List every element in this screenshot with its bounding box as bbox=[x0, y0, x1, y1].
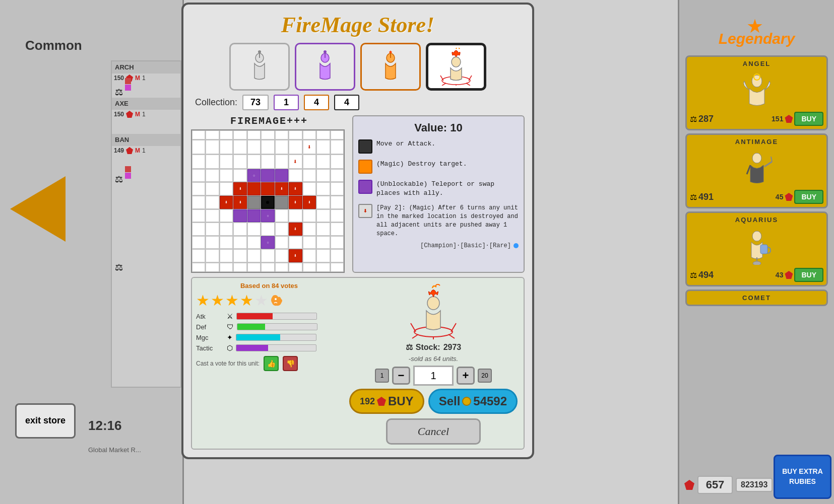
unit-tab-2[interactable] bbox=[295, 43, 355, 91]
angel-price: 287 bbox=[698, 114, 714, 124]
aquarius-ruby-cost: 43 bbox=[776, 271, 784, 279]
sell-label: Sell bbox=[439, 394, 461, 408]
cell-3-6 bbox=[275, 169, 288, 182]
cell-0-1 bbox=[206, 130, 219, 139]
stat-def-fill bbox=[237, 324, 265, 330]
cell-6-1 bbox=[206, 209, 219, 222]
ability-item-3: (Unblockable) Teleport or swap places wi… bbox=[358, 180, 519, 198]
aquarius-buy-button[interactable]: BUY bbox=[794, 268, 823, 282]
cell-10-3 bbox=[233, 263, 246, 272]
sell-large-button[interactable]: Sell 54592 bbox=[428, 389, 518, 414]
svg-line-3 bbox=[764, 162, 772, 167]
cell-1-0 bbox=[192, 140, 205, 154]
nav-arrow-left[interactable] bbox=[10, 176, 66, 242]
cell-4-4 bbox=[247, 182, 261, 195]
cell-10-2 bbox=[220, 263, 233, 272]
abilities-section: Value: 10 Move or Attack. (Magic) Destro… bbox=[352, 115, 525, 273]
angel-figure bbox=[737, 69, 777, 110]
cell-8-10 bbox=[331, 236, 344, 249]
cell-4-6: ⬇ bbox=[275, 182, 288, 195]
cell-6-2 bbox=[220, 209, 233, 222]
unit-grid-title: FIREMAGE+++ bbox=[191, 115, 347, 127]
cell-3-7 bbox=[289, 169, 302, 182]
unit-card-comet: COMET bbox=[685, 290, 828, 306]
cell-8-7 bbox=[289, 236, 302, 249]
atk-sword-icon: ⚔ bbox=[227, 312, 233, 320]
cell-3-9 bbox=[316, 169, 330, 182]
cell-5-0 bbox=[192, 196, 205, 209]
collection-label: Collection: bbox=[195, 97, 237, 108]
aquarius-bottom: ⚖ 494 43 BUY bbox=[690, 268, 823, 282]
ability-icon-strike: ⬇ bbox=[358, 204, 372, 218]
buy-extra-rubies-button[interactable]: BUY EXTRA RUBIES bbox=[774, 455, 831, 499]
map-row-ban: BAN bbox=[112, 134, 180, 146]
cell-10-6 bbox=[275, 263, 288, 272]
cell-7-0 bbox=[192, 223, 205, 236]
cell-7-3 bbox=[233, 223, 246, 236]
vote-thumbsdown-icon[interactable]: 👎 bbox=[283, 356, 298, 371]
cancel-button[interactable]: Cancel bbox=[386, 418, 481, 445]
cell-9-9 bbox=[316, 249, 330, 262]
axe-m: M bbox=[135, 111, 140, 118]
cell-10-1 bbox=[206, 263, 219, 272]
qty-plus-button[interactable]: + bbox=[457, 367, 475, 385]
buy-price-label: 192 bbox=[360, 396, 375, 407]
arch-price: 150 bbox=[114, 75, 124, 82]
svg-line-27 bbox=[451, 323, 456, 332]
vote-section: Cast a vote for this unit: 👍 👎 bbox=[196, 356, 342, 371]
unit-tab-1[interactable] bbox=[229, 43, 290, 91]
quantity-input[interactable] bbox=[413, 366, 454, 386]
common-label: Common bbox=[25, 38, 82, 53]
cell-10-5 bbox=[261, 263, 274, 272]
qty-min-button[interactable]: 1 bbox=[375, 369, 389, 383]
angel-ruby-cost: 151 bbox=[772, 115, 783, 123]
cell-4-9 bbox=[316, 182, 330, 195]
collection-box-2: 1 bbox=[274, 95, 299, 110]
stock-value: 2973 bbox=[443, 343, 462, 352]
cell-5-6 bbox=[275, 196, 288, 209]
cell-5-10 bbox=[331, 196, 344, 209]
svg-rect-7 bbox=[760, 245, 767, 254]
cell-2-1 bbox=[206, 155, 219, 169]
cell-1-10 bbox=[331, 140, 344, 154]
antimage-scale-icon: ⚖ bbox=[690, 192, 697, 202]
antimage-ruby-icon bbox=[785, 193, 793, 201]
sell-coin-icon bbox=[462, 397, 471, 406]
buy-large-button[interactable]: 192 BUY bbox=[349, 389, 424, 414]
time-display: 12:16 bbox=[88, 418, 122, 434]
unit-tab-3[interactable] bbox=[360, 43, 421, 91]
cell-2-10 bbox=[331, 155, 344, 169]
cell-9-5 bbox=[261, 249, 274, 262]
unit-tab-4[interactable] bbox=[426, 43, 486, 91]
svg-line-18 bbox=[442, 83, 446, 86]
value-header: Value: 10 bbox=[358, 121, 519, 134]
cell-7-10 bbox=[331, 223, 344, 236]
antimage-name: ANTIMAGE bbox=[690, 138, 823, 146]
qty-minus-button[interactable]: − bbox=[392, 367, 410, 385]
ban-m: M bbox=[135, 147, 140, 154]
exit-store-button[interactable]: exit store bbox=[15, 403, 76, 439]
cell-7-4 bbox=[247, 223, 261, 236]
svg-line-26 bbox=[412, 334, 418, 338]
cell-2-3 bbox=[233, 155, 246, 169]
cell-8-4 bbox=[247, 236, 261, 249]
angel-ruby-icon bbox=[785, 115, 793, 123]
antimage-ruby-cost: 45 bbox=[776, 193, 784, 201]
vote-thumbsup-icon[interactable]: 👍 bbox=[264, 356, 279, 371]
unit-card-antimage: ANTIMAGE ⚖ 491 45 BUY bbox=[685, 133, 828, 208]
unit-grid: ⬇ ⬇ ○ ⬇ ⬇ ⬇ bbox=[191, 129, 345, 273]
balance-ruby-icon bbox=[684, 480, 694, 490]
ban-count: 1 bbox=[142, 147, 146, 154]
antimage-buy-button[interactable]: BUY bbox=[794, 190, 823, 204]
antimage-figure bbox=[737, 148, 777, 188]
qty-max-button[interactable]: 20 bbox=[478, 369, 492, 383]
stat-atk-bar bbox=[236, 313, 317, 320]
left-scale-2: ⚖ bbox=[115, 174, 123, 185]
cell-10-4 bbox=[247, 263, 261, 272]
cell-6-4 bbox=[247, 209, 261, 222]
cell-5-3: ⬇ bbox=[233, 196, 246, 209]
scale-stock-icon: ⚖ bbox=[406, 342, 413, 352]
cell-4-2 bbox=[220, 182, 233, 195]
cell-3-1 bbox=[206, 169, 219, 182]
angel-buy-button[interactable]: BUY bbox=[794, 112, 823, 126]
